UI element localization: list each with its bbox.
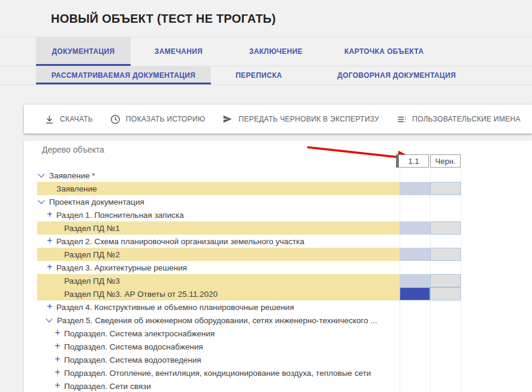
tree-row[interactable]: +Подраздел. Система электроснабжения — [24, 327, 532, 340]
tree-item-label: Раздел ПД №2 — [64, 250, 120, 259]
tree-row[interactable]: Раздел 5. Сведения об инженерном оборудо… — [24, 314, 532, 327]
version-column-header[interactable]: 1.1 — [398, 154, 429, 168]
tree-item-label: Проектная документация — [49, 197, 144, 206]
tree-item-label: Подраздел. Система водоснабжения — [64, 342, 203, 351]
toolbar-button-label: ПОЛЬЗОВАТЕЛЬСКИЕ ИМЕНА — [412, 115, 521, 123]
tree-item-label: Раздел ПД №3. АР Ответы от 25.11.2020 — [64, 290, 217, 299]
download-icon — [44, 114, 55, 124]
download-button[interactable]: СКАЧАТЬ — [44, 114, 93, 124]
tree-item-label: Раздел ПД №3 — [64, 276, 120, 285]
draft-column-header[interactable]: Черн. — [430, 154, 461, 168]
document-toolbar: СКАЧАТЬПОКАЗАТЬ ИСТОРИЮПЕРЕДАТЬ ЧЕРНОВИК… — [24, 105, 532, 133]
tree-item-label: Подраздел. Отопление, вентиляция, кондиц… — [64, 369, 371, 378]
object-tree-panel: Дерево объекта 1.1 Черн. Заявление *Заяв… — [24, 141, 532, 392]
tree-item-label: Подраздел. Система электроснабжения — [64, 329, 214, 338]
list-toc-icon — [397, 114, 407, 124]
tree-row[interactable]: Раздел ПД №3 — [24, 274, 532, 287]
tree-row[interactable]: +Подраздел. Система водоснабжения — [24, 340, 532, 353]
tree-row[interactable]: Раздел ПД №2 — [24, 248, 532, 261]
object-tree: Заявление *ЗаявлениеПроектная документац… — [24, 169, 532, 392]
primary-tab-bar: ДОКУМЕНТАЦИЯЗАМЕЧАНИЯЗАКЛЮЧЕНИЕКАРТОЧКА … — [0, 37, 532, 66]
send-draft-button[interactable]: ПЕРЕДАТЬ ЧЕРНОВИК В ЭКСПЕРТИЗУ — [222, 114, 379, 124]
tree-row[interactable]: Раздел ПД №1 — [24, 221, 532, 235]
chevron-down-icon[interactable] — [38, 171, 44, 177]
tree-item-label: Раздел 5. Сведения об инженерном оборудо… — [57, 316, 377, 325]
tree-item-label: Раздел ПД №1 — [64, 224, 120, 233]
tree-item-label: Раздел 1. Пояснительная записка — [56, 211, 184, 220]
tree-row[interactable]: Заявление * — [24, 169, 532, 182]
send-icon — [222, 114, 233, 124]
tab-documentation[interactable]: ДОКУМЕНТАЦИЯ — [36, 37, 131, 66]
tree-panel-title: Дерево объекта — [42, 145, 104, 154]
tab-conclusion[interactable]: ЗАКЛЮЧЕНИЕ — [226, 37, 325, 66]
tab-remarks[interactable]: ЗАМЕЧАНИЯ — [131, 37, 226, 66]
plus-expand-icon[interactable]: + — [54, 368, 61, 376]
tree-row[interactable]: +Подраздел. Отопление, вентиляция, конди… — [24, 366, 532, 379]
toolbar-button-label: ПЕРЕДАТЬ ЧЕРНОВИК В ЭКСПЕРТИЗУ — [238, 115, 379, 123]
secondary-tab-bar: РАССМАТРИВАЕМАЯ ДОКУМЕНТАЦИЯПЕРЕПИСКАДОГ… — [0, 66, 532, 85]
tree-item-label: Заявление * — [49, 171, 95, 180]
plus-expand-icon[interactable]: + — [54, 329, 61, 337]
tree-item-label: Заявление — [56, 184, 97, 193]
plus-expand-icon[interactable]: + — [46, 236, 53, 245]
tree-item-label: Раздел 2. Схема планировочной организаци… — [56, 237, 304, 246]
tree-row[interactable]: Проектная документация — [24, 195, 532, 208]
plus-expand-icon[interactable]: + — [46, 210, 53, 218]
tree-row[interactable]: +Раздел 3. Архитектурные решения — [24, 261, 532, 274]
subtab-correspondence[interactable]: ПЕРЕПИСКА — [211, 66, 307, 84]
subtab-contract-documentation[interactable]: ДОГОВОРНАЯ ДОКУМЕНТАЦИЯ — [307, 66, 486, 84]
tree-row[interactable]: Заявление — [24, 182, 532, 195]
history-clock-icon — [110, 114, 120, 124]
chevron-down-icon[interactable] — [38, 197, 44, 203]
plus-expand-icon[interactable]: + — [54, 355, 61, 363]
tree-row[interactable]: +Раздел 1. Пояснительная записка — [24, 208, 532, 221]
subtab-reviewed-documentation[interactable]: РАССМАТРИВАЕМАЯ ДОКУМЕНТАЦИЯ — [36, 66, 211, 84]
tree-row[interactable]: +Подраздел. Система водоотведения — [24, 353, 532, 366]
tree-item-label: Раздел 3. Архитектурные решения — [56, 263, 187, 272]
chevron-down-icon[interactable] — [46, 315, 52, 322]
tree-row[interactable]: +Раздел 2. Схема планировочной организац… — [24, 235, 532, 248]
toolbar-button-label: ПОКАЗАТЬ ИСТОРИЮ — [126, 115, 205, 123]
show-history-button[interactable]: ПОКАЗАТЬ ИСТОРИЮ — [110, 114, 205, 124]
tree-row[interactable]: +Раздел 4. Конструктивные и объемно план… — [24, 300, 532, 314]
page-title: НОВЫЙ ОБЪЕКТ (ТЕСТ НЕ ТРОГАТЬ) — [51, 12, 276, 26]
tab-object-card[interactable]: КАРТОЧКА ОБЪЕКТА — [325, 37, 443, 66]
tree-item-label: Раздел 4. Конструктивные и объемно плани… — [56, 303, 294, 312]
plus-expand-icon[interactable]: + — [54, 342, 61, 350]
custom-names-button[interactable]: ПОЛЬЗОВАТЕЛЬСКИЕ ИМЕНА — [397, 114, 521, 124]
toolbar-button-label: СКАЧАТЬ — [60, 115, 93, 123]
plus-expand-icon[interactable]: + — [54, 381, 61, 390]
tree-row[interactable]: Раздел ПД №3. АР Ответы от 25.11.2020 — [24, 287, 532, 300]
plus-expand-icon[interactable]: + — [46, 302, 53, 311]
plus-expand-icon[interactable]: + — [46, 263, 53, 271]
tree-row[interactable]: +Подраздел. Сети связи — [24, 379, 532, 392]
tree-item-label: Подраздел. Сети связи — [64, 382, 151, 391]
tree-item-label: Подраздел. Система водоотведения — [64, 355, 201, 364]
